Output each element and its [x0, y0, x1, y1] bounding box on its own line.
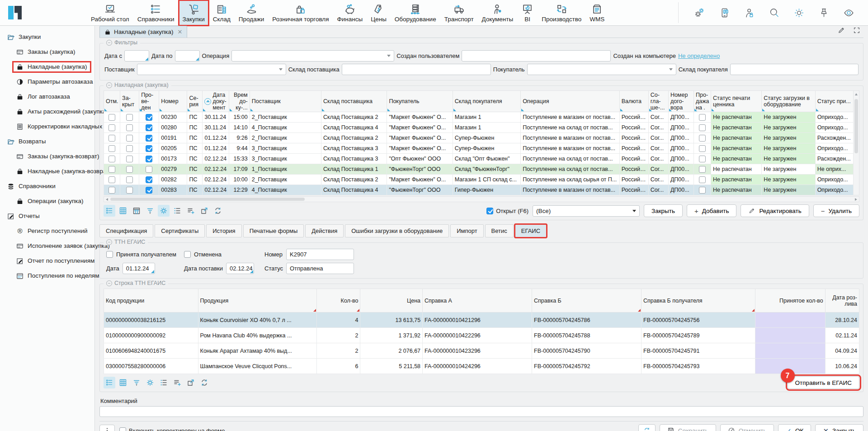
tab-equipment-load-errors[interactable]: Ошибки загрузки в оборудование [345, 224, 449, 237]
tab-egais[interactable]: ЕГАИС [515, 224, 547, 237]
list-icon[interactable] [104, 205, 115, 217]
tab-vetis[interactable]: Ветис [485, 224, 514, 237]
column-header-buyer[interactable]: Покупатель [387, 91, 453, 112]
supplier-select[interactable] [137, 64, 286, 75]
otm-checkbox[interactable] [108, 145, 115, 152]
ok-button[interactable]: ✓ОК [778, 424, 811, 431]
add-list-icon[interactable] [171, 377, 183, 388]
posted-checkbox[interactable] [146, 187, 152, 194]
nav-item-purchases[interactable]: Закупки [179, 0, 209, 26]
open-external-icon[interactable] [185, 377, 197, 388]
buyer-wh-input[interactable] [730, 64, 859, 75]
checkbox[interactable] [119, 427, 126, 431]
sale-checkbox[interactable] [699, 135, 706, 142]
collapse-icon[interactable] [106, 280, 112, 286]
nav-item-desktop[interactable]: Рабочий стол [87, 0, 133, 26]
closed-checkbox[interactable] [126, 187, 133, 194]
posted-checkbox[interactable] [146, 166, 152, 173]
pin-icon[interactable] [818, 7, 830, 19]
app-logo[interactable] [5, 2, 25, 23]
closed-checkbox[interactable] [126, 135, 133, 142]
filter-icon[interactable] [131, 377, 142, 388]
otm-checkbox[interactable] [108, 156, 115, 162]
refresh-icon[interactable] [212, 205, 224, 217]
column-header-agr[interactable]: Со-гла-ше-... [648, 91, 668, 112]
grid-icon[interactable] [117, 377, 129, 388]
sale-checkbox[interactable] [699, 124, 706, 131]
column-header-code[interactable]: Код продукции [104, 289, 198, 313]
closed-checkbox[interactable] [126, 124, 133, 131]
tab-import[interactable]: Импорт [450, 224, 483, 237]
checkbox[interactable] [184, 251, 191, 258]
tab-certificates[interactable]: Сертификаты [155, 224, 205, 237]
column-header-qty[interactable]: Кол-во [317, 289, 360, 313]
column-header-supplier[interactable]: Поставщик [250, 91, 321, 112]
date-to-input[interactable] [175, 50, 200, 62]
sidebar-section-reports[interactable]: Отчеты [0, 208, 94, 223]
otm-checkbox[interactable] [108, 187, 115, 194]
more-options-button[interactable] [99, 425, 115, 431]
theme-icon[interactable] [793, 7, 805, 19]
expand-icon[interactable] [853, 26, 861, 36]
column-header-spr_a[interactable]: Справка А [423, 289, 532, 313]
sale-checkbox[interactable] [699, 176, 706, 183]
ttn-status-input[interactable]: Отправлена [286, 263, 354, 274]
numbered-list-icon[interactable] [158, 377, 170, 388]
sale-checkbox[interactable] [699, 114, 706, 121]
collapse-icon[interactable] [106, 82, 112, 88]
sidebar-item-orders-purchase-return[interactable]: Заказы (закупка-возврат) [0, 149, 94, 164]
sidebar-item-orders-purchase[interactable]: Заказы (закупка) [0, 44, 94, 59]
close-list-button[interactable]: Закрыть [644, 204, 683, 217]
nav-item-wms[interactable]: WMS [585, 0, 609, 26]
column-header-st_load[interactable]: Статус загрузки в оборудование [762, 91, 815, 112]
column-header-buyer_wh[interactable]: Склад покупателя [453, 91, 520, 112]
sidebar-section-directories[interactable]: Справочники [0, 179, 94, 194]
supplier-wh-input[interactable] [342, 64, 491, 75]
created-on-link[interactable]: Не определено [678, 52, 720, 59]
checkbox[interactable] [486, 208, 493, 214]
closed-checkbox[interactable] [126, 114, 133, 121]
nav-item-bi[interactable]: BI [517, 0, 538, 26]
nav-item-retail[interactable]: Розничная торговля [268, 0, 333, 26]
comment-input[interactable] [99, 406, 863, 417]
numbered-list-icon[interactable] [171, 205, 183, 217]
column-header-ser[interactable]: Се-рия [187, 91, 203, 112]
sale-checkbox[interactable] [699, 187, 706, 194]
close-form-button[interactable]: ✕Закрыть [815, 424, 863, 431]
invoice-row[interactable]: 00173ПС02.12.2415:333_ПоставщикСклад Пос… [104, 154, 854, 164]
save-button[interactable]: Сохранить [660, 424, 716, 431]
tab-specification[interactable]: Спецификация [99, 224, 153, 237]
send-egais-button[interactable]: Отправить в ЕГАИС [788, 376, 859, 389]
otm-checkbox[interactable] [108, 114, 115, 121]
nav-item-finance[interactable]: Финансы [333, 0, 367, 26]
invoice-row[interactable]: 00205ПС01.12.249:443_ПоставщикСклад Пост… [104, 143, 854, 154]
checkbox[interactable] [106, 251, 113, 258]
scroll-thumb[interactable] [110, 198, 305, 201]
add-list-icon[interactable] [185, 205, 197, 217]
otm-checkbox[interactable] [108, 124, 115, 131]
otm-checkbox[interactable] [108, 135, 115, 142]
ttn-delivery-input[interactable]: 02.12.24 [226, 263, 254, 274]
visibility-icon[interactable] [843, 7, 854, 19]
tab-print-forms[interactable]: Печатные формы [243, 224, 304, 237]
date-from-input[interactable] [124, 50, 149, 62]
grid-icon[interactable] [117, 205, 129, 217]
settings-icon[interactable] [144, 377, 156, 388]
closed-checkbox[interactable] [126, 156, 133, 162]
column-header-otm[interactable]: Отм. [104, 91, 120, 112]
column-header-posted[interactable]: Про-ве-ден [139, 91, 159, 112]
nav-item-sales[interactable]: Продажи [235, 0, 268, 26]
column-header-date[interactable]: Дата доку-мент [203, 91, 229, 112]
cancel-button[interactable]: Отменить [720, 424, 774, 431]
refresh-button[interactable] [638, 424, 656, 431]
edit-pencil-icon[interactable] [837, 26, 845, 36]
ttn-line-row[interactable]: 0300007558280000006Шампанское Veuve Clic… [104, 359, 859, 374]
scroll-thumb[interactable] [854, 99, 858, 153]
operation-select[interactable] [231, 50, 394, 62]
posted-checkbox[interactable] [146, 124, 152, 131]
tab-actions[interactable]: Действия [305, 224, 344, 237]
nav-item-warehouse[interactable]: Склад [209, 0, 235, 26]
scroll-left-icon[interactable] [106, 198, 108, 201]
sidebar-item-receipts-by-week[interactable]: Поступления по неделям [0, 268, 94, 283]
posted-checkbox[interactable] [146, 114, 152, 121]
